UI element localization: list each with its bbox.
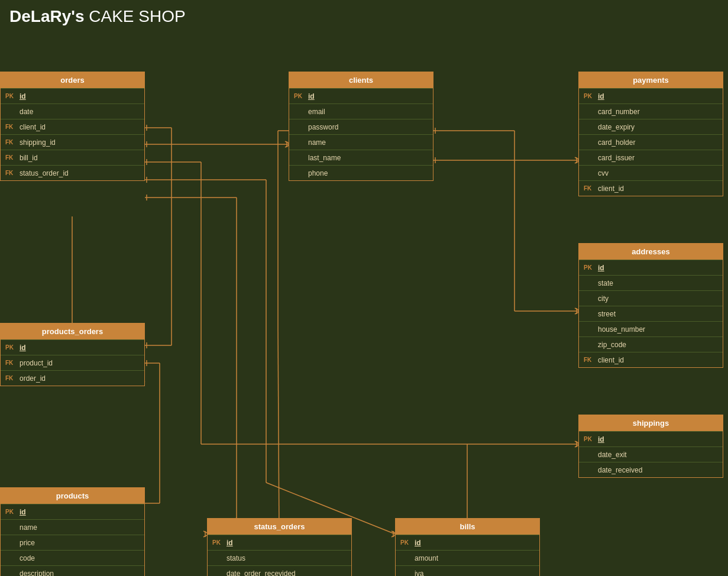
table-row: PKid — [396, 535, 539, 550]
table-row: email — [289, 103, 433, 119]
row-field: street — [598, 310, 718, 318]
table-row: PKid — [579, 88, 723, 103]
row-field: date_received — [598, 466, 718, 474]
table-row: zip_code — [579, 336, 723, 352]
row-field: status — [227, 554, 347, 562]
table-header-payments: payments — [579, 72, 723, 88]
table-header-clients: clients — [289, 72, 433, 88]
table-row: status — [208, 550, 351, 565]
row-key: FK — [584, 185, 598, 192]
row-field: id — [598, 435, 718, 444]
row-key: PK — [584, 264, 598, 271]
table-shippings: shippingsPKiddate_exitdate_received — [578, 415, 723, 478]
row-key: FK — [5, 375, 20, 381]
table-header-bills: bills — [396, 519, 539, 535]
row-field: id — [598, 264, 718, 272]
row-field: email — [308, 108, 428, 116]
row-field: id — [308, 92, 428, 101]
table-row: city — [579, 290, 723, 306]
table-clients: clientsPKidemailpasswordnamelast_namepho… — [289, 72, 433, 181]
row-key: PK — [5, 344, 20, 351]
table-row: FKclient_id — [579, 180, 723, 196]
table-row: date_expiry — [579, 119, 723, 134]
row-field: code — [20, 554, 140, 562]
table-row: FKclient_id — [579, 352, 723, 367]
table-row: phone — [289, 165, 433, 180]
row-key: PK — [212, 539, 227, 546]
table-row: password — [289, 119, 433, 134]
row-key: PK — [5, 93, 20, 99]
row-key: PK — [294, 93, 308, 99]
row-field: id — [415, 539, 535, 547]
row-field: bill_id — [20, 154, 140, 162]
row-field: date_exit — [598, 451, 718, 459]
row-field: id — [227, 539, 347, 547]
table-row: FKclient_id — [1, 119, 144, 134]
table-addresses: addressesPKidstatecitystreethouse_number… — [578, 243, 723, 368]
row-field: id — [20, 344, 140, 352]
table-status_orders: status_ordersPKidstatusdate_order_recevi… — [207, 518, 352, 576]
row-field: date_order_recevided — [227, 569, 347, 577]
table-row: name — [1, 519, 144, 535]
table-row: card_number — [579, 103, 723, 119]
diagram-area: ordersPKiddateFKclient_idFKshipping_idFK… — [0, 33, 728, 576]
row-field: date — [20, 108, 140, 116]
row-field: date_expiry — [598, 123, 718, 131]
table-row: PKid — [289, 88, 433, 103]
table-row: PKid — [1, 88, 144, 103]
table-row: date_exit — [579, 446, 723, 462]
table-header-addresses: addresses — [579, 244, 723, 260]
row-field: amount — [415, 554, 535, 562]
row-key: FK — [5, 170, 20, 176]
table-header-products_orders: products_orders — [1, 323, 144, 339]
table-row: FKshipping_id — [1, 134, 144, 150]
table-row: cvv — [579, 165, 723, 180]
table-row: PKid — [579, 260, 723, 275]
page-title: DeLaRy's CAKE SHOP — [0, 0, 728, 33]
svg-line-51 — [278, 329, 279, 534]
row-field: client_id — [598, 185, 718, 193]
table-row: PKid — [1, 504, 144, 519]
table-products: productsPKidnamepricecodedescriptionquan… — [0, 487, 145, 576]
row-field: city — [598, 295, 718, 303]
row-key: PK — [584, 93, 598, 99]
row-field: cvv — [598, 169, 718, 177]
row-field: name — [308, 138, 428, 147]
table-row: description — [1, 565, 144, 576]
table-header-status_orders: status_orders — [208, 519, 351, 535]
table-row: code — [1, 550, 144, 565]
row-field: client_id — [598, 356, 718, 364]
row-key: PK — [400, 539, 415, 546]
row-field: card_holder — [598, 138, 718, 147]
table-bills: billsPKidamountivadate — [395, 518, 540, 576]
row-field: shipping_id — [20, 138, 140, 147]
row-field: card_number — [598, 108, 718, 116]
row-field: iva — [415, 569, 535, 577]
table-row: PKid — [208, 535, 351, 550]
table-row: house_number — [579, 321, 723, 336]
row-field: password — [308, 123, 428, 131]
row-field: product_id — [20, 359, 140, 367]
table-row: last_name — [289, 150, 433, 165]
table-row: PKid — [579, 431, 723, 446]
table-row: price — [1, 535, 144, 550]
row-field: state — [598, 279, 718, 287]
row-field: description — [20, 569, 140, 577]
row-field: price — [20, 539, 140, 547]
table-payments: paymentsPKidcard_numberdate_expirycard_h… — [578, 72, 723, 196]
row-field: zip_code — [598, 341, 718, 349]
row-field: status_order_id — [20, 169, 140, 177]
table-row: card_holder — [579, 134, 723, 150]
table-row: state — [579, 275, 723, 290]
row-key: FK — [5, 154, 20, 161]
table-orders: ordersPKiddateFKclient_idFKshipping_idFK… — [0, 72, 145, 181]
row-key: PK — [5, 509, 20, 515]
row-field: id — [20, 92, 140, 101]
table-row: date_received — [579, 462, 723, 477]
subtitle: CAKE SHOP — [89, 7, 185, 25]
row-field: client_id — [20, 123, 140, 131]
table-row: card_issuer — [579, 150, 723, 165]
table-products_orders: products_ordersPKidFKproduct_idFKorder_i… — [0, 323, 145, 386]
table-row: FKproduct_id — [1, 355, 144, 370]
table-header-orders: orders — [1, 72, 144, 88]
